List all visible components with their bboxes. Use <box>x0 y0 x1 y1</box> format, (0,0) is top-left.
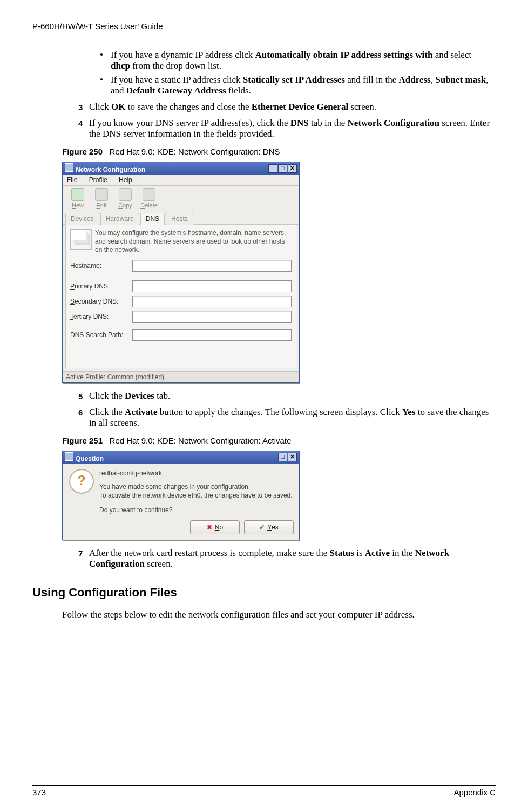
footer-left: 373 <box>32 788 46 797</box>
mnemonic: P <box>89 176 93 184</box>
bold: Ethernet Device General <box>252 102 348 112</box>
yes-button[interactable]: ✔Yes <box>244 520 294 534</box>
toolbar-delete-button[interactable]: Delete <box>137 188 161 209</box>
titlebar[interactable]: Question □✕ <box>63 451 299 464</box>
mnemonic: w <box>120 215 125 223</box>
dialog-text: redhat-config-network: You have made som… <box>99 469 293 515</box>
bold: Devices <box>125 391 154 401</box>
no-button[interactable]: ✖No <box>190 520 240 534</box>
tabs: Devices Hardware DNS Hosts <box>63 210 299 225</box>
maximize-button[interactable]: □ <box>278 164 287 173</box>
toolbar-new-button[interactable]: New <box>66 188 90 209</box>
figure-caption-text: Red Hat 9.0: KDE: Network Configuration:… <box>110 147 280 156</box>
text: button to apply the changes. The followi… <box>158 407 402 417</box>
page-footer: 373 Appendix C <box>32 785 496 797</box>
hostname-input[interactable] <box>132 260 292 272</box>
step-text: After the network card restart process i… <box>89 548 493 569</box>
mnemonic: N <box>150 215 155 223</box>
menu-help[interactable]: Help <box>119 176 132 184</box>
copy-icon <box>119 188 132 201</box>
toolbar-copy-button[interactable]: Copy <box>113 188 137 209</box>
step-text: If you know your DNS server IP address(e… <box>89 118 493 139</box>
secondary-dns-input[interactable] <box>132 296 292 307</box>
figure-caption-text: Red Hat 9.0: KDE: Network Configuration:… <box>110 436 292 445</box>
bold: Statically set IP Addresses <box>243 75 345 85</box>
text: tab. <box>154 391 170 401</box>
header-left: P-660H/HW/W-T Series User' Guide <box>32 22 163 31</box>
figure-251-caption: Figure 251 Red Hat 9.0: KDE: Network Con… <box>62 436 493 445</box>
dialog-line3: To activate the network device eth0, the… <box>99 491 293 500</box>
bold: Address <box>399 75 431 85</box>
page-header: P-660H/HW/W-T Series User' Guide <box>32 22 496 33</box>
tertiary-dns-label: Tertiary DNS: <box>70 313 132 320</box>
tertiary-dns-input[interactable] <box>132 311 292 323</box>
maximize-button[interactable]: □ <box>278 453 287 461</box>
section-body: Follow the steps below to edit the netwo… <box>62 609 493 620</box>
question-dialog: Question □✕ redhat-config-network: You h… <box>62 451 300 540</box>
tab-hardware[interactable]: Hardware <box>100 213 139 225</box>
tab-dns[interactable]: DNS <box>140 213 165 225</box>
bullet-item: • If you have a static IP address click … <box>100 75 493 96</box>
tertiary-dns-row: Tertiary DNS: <box>70 311 292 323</box>
window-title: Network Configuration <box>76 166 145 173</box>
mnemonic: H <box>70 262 75 270</box>
bold: Subnet mask <box>435 75 486 85</box>
x-icon: ✖ <box>207 524 212 531</box>
menubar: File Profile Help <box>63 175 299 186</box>
step-6: 6 Click the Activate button to apply the… <box>78 407 493 428</box>
step-4: 4 If you know your DNS server IP address… <box>78 118 493 139</box>
edit-icon <box>95 188 108 201</box>
bold: dhcp <box>111 61 130 71</box>
mnemonic: T <box>70 313 73 320</box>
bold: Activate <box>125 407 157 417</box>
mnemonic: s <box>179 215 182 223</box>
dns-pane: You may configure the system's hostname,… <box>65 225 296 368</box>
titlebar[interactable]: Network Configuration _□✕ <box>63 162 299 175</box>
bold: Automatically obtain IP address settings… <box>255 50 433 60</box>
close-button[interactable]: ✕ <box>288 164 297 173</box>
primary-dns-input[interactable] <box>132 280 292 292</box>
mnemonic: S <box>70 298 75 305</box>
text: in the <box>390 548 415 558</box>
bold: Status <box>330 548 354 558</box>
figure-label: Figure 251 <box>62 436 103 445</box>
dialog-line2: You have made some changes in your confi… <box>99 482 293 492</box>
bullet-text: If you have a static IP address click St… <box>111 75 493 96</box>
mnemonic: i <box>82 215 84 223</box>
step-number: 4 <box>78 119 89 139</box>
text: If you know your DNS server IP address(e… <box>89 118 290 128</box>
close-button[interactable]: ✕ <box>288 453 297 461</box>
mnemonic: P <box>70 283 75 290</box>
dialog-body: redhat-config-network: You have made som… <box>63 464 299 518</box>
mnemonic: H <box>119 176 124 184</box>
text: and fill in the <box>345 75 399 85</box>
figure-250-caption: Figure 250 Red Hat 9.0: KDE: Network Con… <box>62 147 493 156</box>
mnemonic: Y <box>267 524 272 531</box>
figure-label: Figure 250 <box>62 147 103 156</box>
tab-hosts[interactable]: Hosts <box>166 213 193 225</box>
text: Click the <box>89 391 125 401</box>
text: fields. <box>226 85 251 96</box>
toolbar-edit-button[interactable]: Edit <box>90 188 113 209</box>
check-icon: ✔ <box>259 524 265 531</box>
text: After the network card restart process i… <box>89 548 330 558</box>
toolbar: New Edit Copy Delete <box>63 186 299 210</box>
minimize-button[interactable]: _ <box>268 164 277 173</box>
search-path-input[interactable] <box>132 329 292 341</box>
menu-file[interactable]: File <box>67 176 77 184</box>
step-number: 5 <box>78 392 89 401</box>
search-path-label: DNS Search Path: <box>70 331 132 339</box>
secondary-dns-label: Secondary DNS: <box>70 298 132 305</box>
mnemonic: F <box>67 176 71 184</box>
hint-text: You may configure the system's hostname,… <box>95 229 292 254</box>
text: screen. <box>145 559 173 569</box>
text: Click the <box>89 407 125 417</box>
menu-profile[interactable]: Profile <box>89 176 107 184</box>
tab-devices[interactable]: Devices <box>65 213 99 225</box>
step-text: Click the Devices tab. <box>89 391 170 401</box>
window-buttons: □✕ <box>277 453 297 461</box>
step-number: 3 <box>78 103 89 112</box>
window-icon <box>65 163 73 172</box>
mnemonic: E <box>97 202 100 209</box>
step-7: 7 After the network card restart process… <box>78 548 493 569</box>
